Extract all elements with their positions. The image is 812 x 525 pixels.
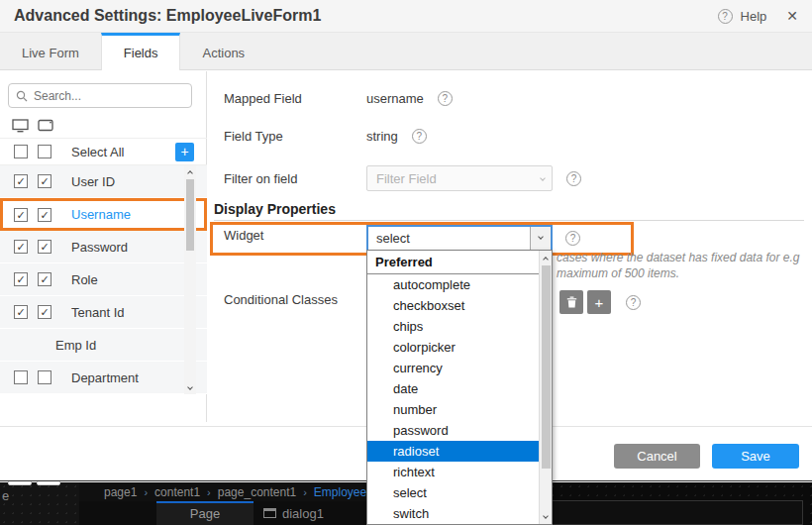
mobile-checkbox[interactable]	[38, 370, 51, 384]
mobile-device-icon[interactable]	[38, 119, 54, 132]
conditional-classes-label: Conditional Classes	[224, 292, 338, 307]
desktop-icon[interactable]	[12, 119, 29, 133]
widget-option-date[interactable]: date	[367, 378, 552, 399]
widget-select[interactable]: select	[366, 225, 553, 252]
web-checkbox[interactable]: ✓	[14, 305, 28, 319]
tab-actions[interactable]: Actions	[180, 33, 266, 69]
dialog-tabbar: Live Form Fields Actions	[0, 33, 812, 70]
field-label: Role	[71, 272, 98, 287]
widget-option-checkboxset[interactable]: checkboxset	[367, 295, 552, 316]
field-label: Password	[71, 240, 128, 255]
device-toggle-row	[0, 113, 207, 139]
scrollbar-down-icon[interactable]	[184, 382, 196, 394]
web-checkbox[interactable]: ✓	[14, 240, 28, 254]
widget-option-number[interactable]: number	[367, 399, 552, 420]
web-checkbox[interactable]: ✓	[14, 174, 28, 188]
field-label: Tenant Id	[71, 305, 125, 320]
search-input[interactable]	[34, 89, 172, 103]
help-icon[interactable]: ?	[566, 171, 581, 186]
scrollbar-down-icon[interactable]	[540, 511, 552, 523]
scrollbar-thumb[interactable]	[542, 265, 551, 469]
field-row-tenant-id[interactable]: ✓ ✓ Tenant Id	[0, 296, 207, 329]
field-row-username-selected[interactable]: ✓ ✓ Username	[0, 198, 207, 231]
breadcrumb-separator-icon: ›	[207, 486, 211, 498]
close-icon[interactable]: ✕	[786, 8, 798, 24]
delete-button[interactable]	[559, 290, 583, 314]
field-row-department[interactable]: Department	[0, 362, 207, 394]
help-icon[interactable]: ?	[565, 231, 580, 246]
filter-field-select: Filter Field	[366, 165, 553, 191]
conditional-classes-actions: + ?	[559, 290, 641, 314]
dropdown-scrollbar[interactable]	[539, 251, 552, 524]
scrollbar-thumb[interactable]	[186, 179, 194, 251]
scrollbar-up-icon[interactable]	[184, 165, 196, 177]
field-row-role[interactable]: ✓ ✓ Role	[0, 263, 207, 296]
widget-select-value: select	[376, 231, 410, 246]
mobile-checkbox[interactable]: ✓	[38, 174, 51, 188]
widget-option-password[interactable]: password	[367, 420, 552, 441]
web-checkbox[interactable]: ✓	[14, 272, 28, 286]
breadcrumb-separator-icon: ›	[144, 486, 148, 498]
mapped-field-value: username	[366, 91, 424, 106]
mobile-checkbox[interactable]: ✓	[38, 240, 51, 254]
select-all-row: Select All +	[0, 139, 207, 165]
widget-option-currency[interactable]: currency	[367, 358, 552, 378]
partial-text: e	[2, 488, 9, 503]
field-label: Emp Id	[55, 338, 96, 353]
field-row-password[interactable]: ✓ ✓ Password	[0, 231, 207, 263]
breadcrumb-item[interactable]: page_content1	[218, 485, 296, 499]
tab-fields[interactable]: Fields	[101, 33, 181, 70]
field-row-user-id[interactable]: ✓ ✓ User ID	[0, 165, 207, 198]
chevron-down-icon[interactable]	[530, 227, 551, 250]
field-list: ✓ ✓ User ID ✓ ✓ Username ✓ ✓ Password ✓ …	[0, 165, 207, 394]
help-icon[interactable]: ?	[718, 9, 733, 24]
widget-option-autocomplete[interactable]: autocomplete	[367, 274, 552, 295]
fields-sidebar: Select All + ✓ ✓ User ID ✓ ✓ Username ✓ …	[0, 71, 207, 422]
field-type-value: string	[366, 129, 398, 144]
cancel-button[interactable]: Cancel	[614, 444, 700, 469]
web-checkbox[interactable]: ✓	[14, 208, 28, 222]
scrollbar-up-icon[interactable]	[540, 252, 552, 263]
help-icon[interactable]: ?	[412, 129, 427, 144]
select-all-web-checkbox[interactable]	[14, 145, 28, 158]
filter-field-select-value: Filter Field	[376, 171, 437, 186]
widget-label: Widget	[224, 228, 263, 243]
widget-option-richtext[interactable]: richtext	[367, 462, 552, 482]
field-list-scrollbar[interactable]	[184, 165, 196, 394]
add-field-button[interactable]: +	[175, 143, 194, 161]
dialog-titlebar: Advanced Settings: EmployeeLiveForm1 ? H…	[0, 0, 812, 33]
add-button[interactable]: +	[587, 290, 611, 314]
widget-option-colorpicker[interactable]: colorpicker	[367, 337, 552, 358]
field-label: User ID	[71, 174, 115, 189]
help-icon[interactable]: ?	[626, 295, 641, 310]
height-input[interactable]	[516, 500, 803, 525]
widget-option-switch[interactable]: switch	[367, 503, 552, 524]
app-screen: e page1 › content1 › page_content1 › Emp…	[0, 0, 812, 525]
tab-page[interactable]: Page	[156, 501, 254, 525]
section-divider	[214, 220, 804, 221]
search-box[interactable]	[8, 83, 192, 108]
help-link[interactable]: Help	[741, 9, 767, 24]
dialog-title: Advanced Settings: EmployeeLiveForm1	[14, 7, 321, 25]
breadcrumb-item[interactable]: page1	[104, 485, 137, 499]
dropdown-group-header: Preferred	[367, 251, 552, 274]
select-all-mobile-checkbox[interactable]	[38, 145, 51, 158]
mobile-checkbox[interactable]: ✓	[38, 208, 51, 222]
mobile-checkbox[interactable]: ✓	[38, 272, 51, 286]
widget-option-chips[interactable]: chips	[367, 316, 552, 337]
save-button[interactable]: Save	[712, 444, 799, 469]
tab-live-form[interactable]: Live Form	[0, 33, 101, 69]
mapped-field-label: Mapped Field	[224, 91, 366, 106]
dataset-hint-text: cases where the dataset has fixed data f…	[557, 250, 806, 281]
tab-dialog1[interactable]: dialog1	[263, 506, 324, 521]
breadcrumb-item[interactable]: content1	[154, 485, 200, 499]
display-properties-heading: Display Properties	[214, 201, 336, 217]
background-left-fragment: e	[0, 482, 79, 525]
tab-dialog1-label: dialog1	[282, 506, 324, 521]
mobile-checkbox[interactable]: ✓	[38, 305, 51, 319]
web-checkbox[interactable]	[14, 370, 28, 384]
field-row-emp-id[interactable]: Emp Id	[0, 329, 207, 362]
widget-option-radioset-highlighted[interactable]: radioset	[367, 441, 552, 462]
help-icon[interactable]: ?	[438, 91, 453, 106]
widget-option-select[interactable]: select	[367, 482, 552, 503]
